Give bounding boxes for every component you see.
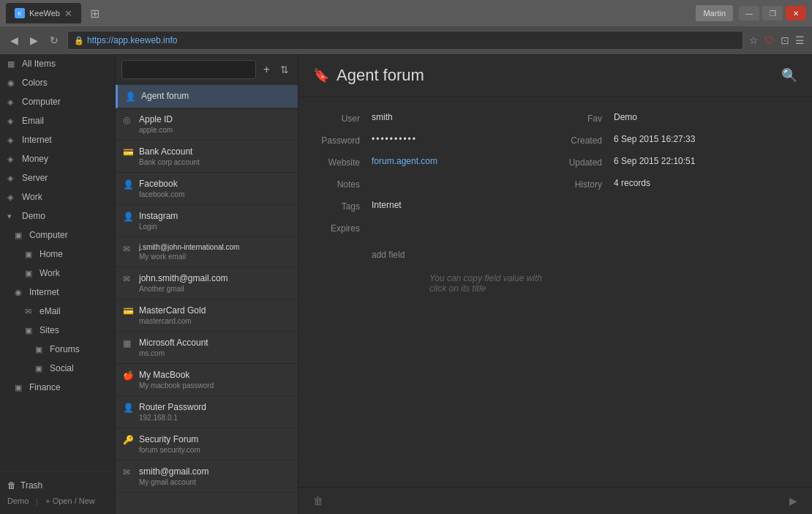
password-value[interactable]: ••••••••••: [372, 134, 555, 146]
money-icon: ◈: [7, 154, 18, 164]
hint-row: You can copy field value with click on i…: [313, 270, 555, 294]
sidebar-label-email: Email: [22, 116, 108, 126]
entry-item-smith-gmail[interactable]: ✉ smith@gmail.com My gmail account: [116, 461, 298, 493]
sidebar-item-demo-social[interactable]: ▣ Social: [0, 359, 115, 378]
sidebar-item-demo-finance[interactable]: ▣ Finance: [0, 378, 115, 397]
search-input[interactable]: [121, 60, 256, 79]
sort-button[interactable]: ⇅: [277, 62, 292, 77]
favicon-icon: K: [15, 8, 25, 18]
notes-label[interactable]: Notes: [313, 178, 372, 190]
website-field-row: Website forum.agent.com: [313, 156, 555, 168]
email-icon: ◈: [7, 116, 18, 126]
sidebar-item-demo-internet[interactable]: ◉ Internet: [0, 283, 115, 302]
sidebar-item-computer[interactable]: ◈ Computer: [0, 92, 115, 111]
demo-sites-icon: ▣: [25, 326, 35, 335]
entry-name-instagram: Instagram: [139, 211, 290, 221]
entry-sub-mastercard: mastercard.com: [139, 317, 290, 325]
tab-icon[interactable]: ⊡: [781, 34, 789, 46]
website-value[interactable]: forum.agent.com: [372, 156, 555, 168]
sidebar-footer[interactable]: Demo | + Open / New: [7, 493, 108, 508]
entry-sub-security-forum: forum security.com: [139, 446, 290, 454]
expires-label[interactable]: Expires: [313, 222, 372, 234]
entry-item-bank-account[interactable]: 💳 Bank Account Bank corp account: [116, 141, 298, 173]
entry-item-agent-forum[interactable]: 👤 Agent forum: [116, 85, 298, 108]
entry-item-j-smith[interactable]: ✉ j.smith@john-international.com My work…: [116, 237, 298, 267]
entry-sub-macbook: My macbook password: [139, 381, 290, 390]
entry-sub-smith-gmail: My gmail account: [139, 478, 290, 486]
menu-icon[interactable]: ☰: [795, 34, 805, 46]
detail-search-icon[interactable]: 🔍: [781, 67, 797, 83]
browser-tab[interactable]: K KeeWeb ✕: [6, 3, 81, 23]
open-new-label: + Open / New: [45, 496, 95, 505]
sidebar-item-work[interactable]: ◈ Work: [0, 187, 115, 206]
sidebar-item-demo-sites[interactable]: ▣ Sites: [0, 321, 115, 340]
sidebar-item-demo-home[interactable]: ▣ Home: [0, 245, 115, 264]
fav-label: Fav: [555, 112, 614, 124]
entry-name-microsoft: Microsoft Account: [139, 338, 290, 348]
sidebar-item-colors[interactable]: ◉ Colors: [0, 73, 115, 92]
user-label[interactable]: User: [313, 112, 372, 124]
add-entry-button[interactable]: +: [260, 62, 273, 78]
delete-entry-button[interactable]: 🗑: [313, 495, 323, 507]
entry-sub-bank-account: Bank corp account: [139, 158, 290, 166]
tags-value[interactable]: Internet: [372, 200, 555, 212]
trash-item[interactable]: 🗑 Trash: [7, 477, 108, 493]
password-label[interactable]: Password: [313, 134, 372, 146]
add-field-label: [313, 244, 372, 260]
entry-icon-j-smith: ✉: [123, 244, 133, 254]
sidebar-item-server[interactable]: ◈ Server: [0, 168, 115, 187]
entry-item-router[interactable]: 👤 Router Password 192.168.0.1: [116, 396, 298, 428]
sidebar-label-demo-forums: Forums: [50, 344, 108, 354]
entry-list-toolbar: + ⇅: [116, 54, 298, 85]
entry-item-microsoft[interactable]: ▦ Microsoft Account ms.com: [116, 332, 298, 364]
history-label: History: [555, 178, 614, 190]
demo-computer-icon: ▣: [15, 231, 25, 240]
sidebar-item-demo-computer[interactable]: ▣ Computer: [0, 226, 115, 245]
restore-button[interactable]: ❐: [762, 6, 783, 21]
history-field-row: History 4 records: [555, 178, 797, 190]
tags-label[interactable]: Tags: [313, 200, 372, 212]
address-input[interactable]: 🔒 https://app.keeweb.info: [67, 31, 743, 50]
add-field-button[interactable]: add field: [372, 250, 405, 260]
entry-icon-agent-forum: 👤: [125, 92, 135, 102]
password-field-row: Password ••••••••••: [313, 134, 555, 146]
entry-icon-router: 👤: [123, 403, 133, 413]
back-button[interactable]: ◀: [7, 33, 21, 48]
entry-item-instagram[interactable]: 👤 Instagram Login: [116, 205, 298, 237]
sidebar-item-demo[interactable]: ▾ Demo: [0, 206, 115, 226]
sidebar: ▦ All Items ◉ Colors ◈ Computer ◈ Email …: [0, 54, 116, 514]
entry-item-apple-id[interactable]: ◎ Apple ID apple.com: [116, 108, 298, 141]
scroll-right-icon[interactable]: ▶: [789, 495, 797, 507]
user-value[interactable]: smith: [372, 112, 555, 124]
sidebar-item-email[interactable]: ◈ Email: [0, 111, 115, 130]
entry-item-mastercard[interactable]: 💳 MasterCard Gold mastercard.com: [116, 299, 298, 332]
sidebar-item-demo-email[interactable]: ✉ eMail: [0, 302, 115, 321]
shield-icon[interactable]: 🛡: [764, 34, 775, 46]
website-label[interactable]: Website: [313, 156, 372, 168]
sidebar-item-all-items[interactable]: ▦ All Items: [0, 54, 115, 73]
refresh-button[interactable]: ↻: [47, 33, 61, 48]
sidebar-item-internet[interactable]: ◈ Internet: [0, 130, 115, 149]
sidebar-item-demo-forums[interactable]: ▣ Forums: [0, 340, 115, 359]
entry-name-mastercard: MasterCard Gold: [139, 305, 290, 316]
entry-item-facebook[interactable]: 👤 Facebook facebook.com: [116, 173, 298, 205]
tab-close-button[interactable]: ✕: [64, 8, 72, 19]
sidebar-label-demo-internet: Internet: [29, 287, 108, 297]
close-button[interactable]: ✕: [786, 6, 806, 21]
minimize-button[interactable]: —: [739, 6, 759, 21]
address-actions: ☆ 🛡 ⊡ ☰: [749, 34, 805, 46]
entry-icon-macbook: 🍎: [123, 370, 133, 381]
entry-item-security-forum[interactable]: 🔑 Security Forum forum security.com: [116, 428, 298, 461]
demo-internet-icon: ◉: [15, 288, 25, 297]
forward-button[interactable]: ▶: [27, 33, 41, 48]
entry-item-john-gmail[interactable]: ✉ john.smith@gmail.com Another gmail: [116, 267, 298, 299]
sidebar-item-demo-work[interactable]: ▣ Work: [0, 264, 115, 283]
new-tab-button[interactable]: ⊞: [86, 4, 103, 22]
notes-value: [372, 178, 555, 190]
star-icon[interactable]: ☆: [749, 34, 759, 46]
sidebar-label-demo-computer: Computer: [29, 230, 108, 240]
entry-icon-apple-id: ◎: [123, 115, 133, 125]
sidebar-item-money[interactable]: ◈ Money: [0, 149, 115, 168]
entry-item-macbook[interactable]: 🍎 My MacBook My macbook password: [116, 364, 298, 396]
updated-value: 6 Sep 2015 22:10:51: [614, 156, 797, 168]
